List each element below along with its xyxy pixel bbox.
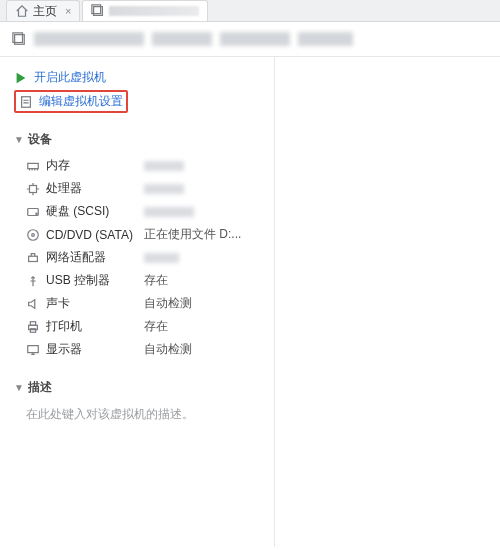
- device-row-cd[interactable]: CD/DVD (SATA) 正在使用文件 D:...: [14, 223, 260, 246]
- svg-rect-16: [28, 345, 39, 352]
- usb-icon: [26, 274, 40, 288]
- device-row-memory[interactable]: 内存: [14, 154, 260, 177]
- vm-summary-panel: 开启此虚拟机 编辑虚拟机设置 ▼ 设备 内存 处理器 硬盘 (SCSI) CD/…: [0, 57, 275, 547]
- svg-marker-4: [17, 72, 26, 83]
- play-icon: [14, 71, 28, 85]
- svg-rect-5: [22, 96, 31, 107]
- settings-doc-icon: [19, 95, 33, 109]
- description-header-label: 描述: [28, 379, 52, 396]
- device-value: 自动检测: [144, 341, 192, 358]
- svg-point-10: [28, 229, 39, 240]
- device-label: 网络适配器: [46, 249, 106, 266]
- vm-large-icon: [12, 30, 26, 48]
- device-row-net[interactable]: 网络适配器: [14, 246, 260, 269]
- device-row-usb[interactable]: USB 控制器 存在: [14, 269, 260, 292]
- title-bar: [0, 22, 500, 57]
- svg-rect-12: [29, 256, 38, 261]
- device-row-hdd[interactable]: 硬盘 (SCSI): [14, 200, 260, 223]
- vm-icon: [91, 4, 105, 18]
- display-icon: [26, 343, 40, 357]
- svg-rect-7: [30, 185, 37, 192]
- cpu-icon: [26, 182, 40, 196]
- printer-icon: [26, 320, 40, 334]
- device-value: 存在: [144, 272, 168, 289]
- memory-icon: [26, 159, 40, 173]
- chevron-down-icon: ▼: [14, 382, 24, 393]
- title-blurred-2: [152, 32, 212, 46]
- close-icon[interactable]: ×: [65, 5, 71, 17]
- edit-settings-label: 编辑虚拟机设置: [39, 93, 123, 110]
- power-on-action[interactable]: 开启此虚拟机: [14, 67, 260, 88]
- devices-header-label: 设备: [28, 131, 52, 148]
- tab-vm-label-blurred: [109, 6, 199, 16]
- cd-icon: [26, 228, 40, 242]
- hdd-icon: [26, 205, 40, 219]
- sound-icon: [26, 297, 40, 311]
- device-label: CD/DVD (SATA): [46, 228, 133, 242]
- tab-vm[interactable]: [82, 0, 208, 21]
- device-label: 处理器: [46, 180, 82, 197]
- device-label: 打印机: [46, 318, 82, 335]
- tab-home-label: 主页: [33, 3, 57, 20]
- device-value-blurred: [144, 207, 194, 217]
- device-row-printer[interactable]: 打印机 存在: [14, 315, 260, 338]
- title-blurred-1: [34, 32, 144, 46]
- device-value-blurred: [144, 253, 179, 263]
- home-icon: [15, 4, 29, 18]
- device-value: 存在: [144, 318, 168, 335]
- svg-point-11: [32, 233, 35, 236]
- svg-rect-14: [30, 321, 35, 325]
- edit-settings-action[interactable]: 编辑虚拟机设置: [19, 93, 123, 110]
- device-row-display[interactable]: 显示器 自动检测: [14, 338, 260, 361]
- device-value: 自动检测: [144, 295, 192, 312]
- power-on-label: 开启此虚拟机: [34, 69, 106, 86]
- device-row-cpu[interactable]: 处理器: [14, 177, 260, 200]
- svg-rect-15: [30, 328, 35, 332]
- device-label: 内存: [46, 157, 70, 174]
- description-placeholder[interactable]: 在此处键入对该虚拟机的描述。: [14, 402, 260, 423]
- device-label: 显示器: [46, 341, 82, 358]
- title-blurred-3: [220, 32, 290, 46]
- description-header[interactable]: ▼ 描述: [14, 379, 260, 396]
- title-blurred-4: [298, 32, 353, 46]
- edit-settings-highlight: 编辑虚拟机设置: [14, 90, 128, 113]
- devices-section: ▼ 设备 内存 处理器 硬盘 (SCSI) CD/DVD (SATA) 正在使用…: [14, 131, 260, 361]
- svg-rect-6: [28, 163, 39, 168]
- device-row-sound[interactable]: 声卡 自动检测: [14, 292, 260, 315]
- device-value-blurred: [144, 161, 184, 171]
- tab-strip: 主页 ×: [0, 0, 500, 22]
- devices-header[interactable]: ▼ 设备: [14, 131, 260, 148]
- svg-point-9: [36, 213, 37, 214]
- device-value-blurred: [144, 184, 184, 194]
- network-icon: [26, 251, 40, 265]
- device-label: USB 控制器: [46, 272, 110, 289]
- device-label: 硬盘 (SCSI): [46, 203, 109, 220]
- tab-home[interactable]: 主页 ×: [6, 0, 80, 21]
- chevron-down-icon: ▼: [14, 134, 24, 145]
- device-label: 声卡: [46, 295, 70, 312]
- description-section: ▼ 描述 在此处键入对该虚拟机的描述。: [14, 379, 260, 423]
- device-value: 正在使用文件 D:...: [144, 226, 241, 243]
